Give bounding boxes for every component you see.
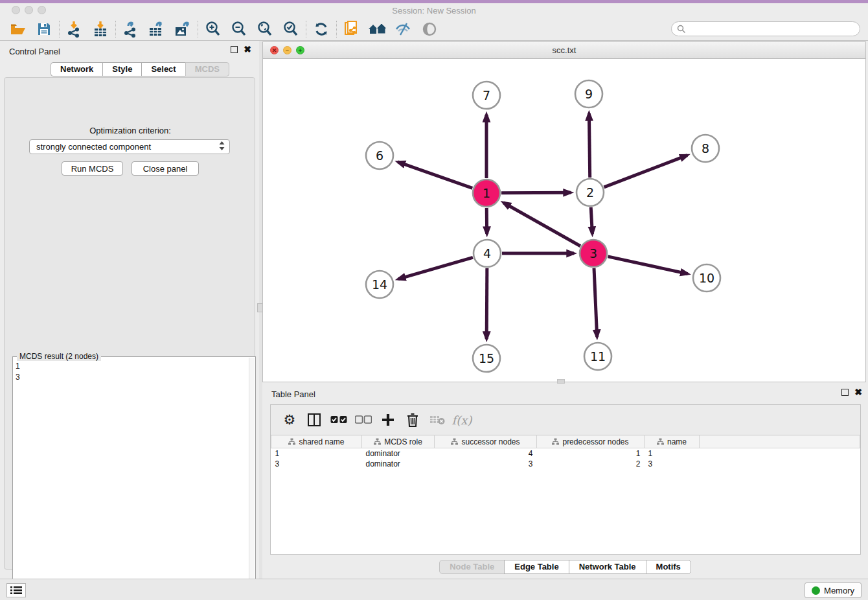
graph-edge-4-15[interactable] bbox=[486, 268, 487, 339]
function-builder-button[interactable]: f(x) bbox=[450, 408, 474, 432]
graph-node-3[interactable]: 3 bbox=[580, 240, 607, 267]
graph-node-10[interactable]: 10 bbox=[693, 264, 720, 292]
table-cell[interactable]: 2 bbox=[537, 459, 645, 469]
column-header-successor-nodes[interactable]: successor nodes bbox=[435, 435, 537, 448]
table-cell[interactable]: 4 bbox=[435, 448, 537, 459]
network-window-titlebar[interactable]: ✕ − + scc.txt bbox=[263, 42, 865, 59]
import-table-button[interactable] bbox=[87, 19, 113, 40]
column-header-shared-name[interactable]: shared name bbox=[271, 435, 362, 448]
graph-edge-2-9[interactable] bbox=[589, 113, 589, 178]
tab-network-table[interactable]: Network Table bbox=[569, 560, 646, 574]
task-history-button[interactable] bbox=[6, 583, 26, 597]
delete-table-button[interactable] bbox=[425, 408, 450, 432]
column-header-name[interactable]: name bbox=[645, 435, 700, 448]
graph-node-14[interactable]: 14 bbox=[366, 271, 393, 298]
graph-node-4[interactable]: 4 bbox=[474, 240, 501, 267]
table-cell[interactable]: 1 bbox=[537, 448, 645, 459]
graph-edge-2-8[interactable] bbox=[604, 156, 687, 187]
close-table-panel-icon[interactable]: ✖ bbox=[854, 389, 862, 396]
float-table-panel-icon[interactable] bbox=[841, 389, 849, 396]
graph-node-1[interactable]: 1 bbox=[473, 179, 500, 207]
zoom-in-button[interactable] bbox=[200, 19, 226, 40]
houses-icon bbox=[368, 21, 387, 37]
first-neighbors-button[interactable] bbox=[365, 19, 391, 40]
delete-table-icon bbox=[429, 415, 445, 425]
mcds-panel: Optimization criterion: strongly connect… bbox=[4, 77, 255, 570]
tab-motifs[interactable]: Motifs bbox=[646, 560, 691, 574]
export-network-button[interactable] bbox=[118, 19, 144, 40]
graph-edge-3-1[interactable] bbox=[503, 203, 580, 246]
graph-node-15[interactable]: 15 bbox=[473, 345, 500, 372]
zoom-out-button[interactable] bbox=[226, 19, 252, 40]
graph-edge-1-6[interactable] bbox=[398, 162, 472, 188]
horizontal-splitter-handle[interactable] bbox=[557, 379, 565, 384]
graph-edge-3-11[interactable] bbox=[594, 268, 597, 337]
column-header-MCDS-role[interactable]: MCDS role bbox=[362, 435, 435, 448]
table-row[interactable]: 3dominator323 bbox=[271, 459, 860, 469]
graph-node-8[interactable]: 8 bbox=[692, 135, 719, 162]
tab-style[interactable]: Style bbox=[102, 62, 142, 76]
select-all-button[interactable] bbox=[326, 408, 351, 432]
import-network-button[interactable] bbox=[62, 19, 87, 40]
table-cell[interactable]: 3 bbox=[271, 459, 362, 469]
graph-edge-3-10[interactable] bbox=[608, 257, 687, 274]
tab-mcds[interactable]: MCDS bbox=[185, 62, 229, 76]
tab-node-table[interactable]: Node Table bbox=[439, 560, 505, 574]
export-table-button[interactable] bbox=[144, 19, 170, 40]
list-icon bbox=[10, 586, 22, 595]
toolbar-separator bbox=[306, 21, 306, 38]
graph-node-7[interactable]: 7 bbox=[473, 82, 500, 109]
optimization-criterion-select[interactable]: strongly connected component bbox=[29, 139, 230, 154]
result-scrollbar[interactable] bbox=[249, 358, 255, 600]
table-panel: Table Panel ✖ ⚙ bbox=[262, 386, 868, 579]
node-table-header: shared nameMCDS rolesuccessor nodesprede… bbox=[271, 435, 860, 448]
unselect-all-button[interactable] bbox=[351, 408, 376, 432]
save-session-button[interactable] bbox=[31, 19, 57, 40]
graph-node-6[interactable]: 6 bbox=[366, 142, 393, 169]
tab-select[interactable]: Select bbox=[141, 62, 185, 76]
table-cell[interactable]: dominator bbox=[362, 448, 435, 459]
table-cell[interactable]: 3 bbox=[435, 459, 537, 469]
search-input[interactable] bbox=[686, 23, 860, 35]
graph-node-label: 10 bbox=[699, 271, 714, 285]
split-columns-button[interactable] bbox=[302, 408, 326, 432]
graph-edge-2-3[interactable] bbox=[591, 207, 592, 234]
new-network-from-selection-button[interactable] bbox=[339, 19, 365, 40]
graph-node-11[interactable]: 11 bbox=[584, 343, 611, 370]
table-cell[interactable]: dominator bbox=[362, 459, 435, 469]
table-cell[interactable]: 1 bbox=[645, 448, 700, 459]
table-settings-button[interactable]: ⚙ bbox=[277, 408, 302, 432]
table-cell[interactable]: 1 bbox=[271, 448, 362, 459]
graph-node-9[interactable]: 9 bbox=[575, 80, 602, 108]
table-cell[interactable]: 3 bbox=[645, 459, 700, 469]
run-mcds-button[interactable]: Run MCDS bbox=[62, 161, 123, 176]
memory-button[interactable]: Memory bbox=[805, 583, 862, 598]
export-image-button[interactable] bbox=[170, 19, 196, 40]
close-panel-button[interactable]: Close panel bbox=[131, 161, 199, 176]
graph-node-2[interactable]: 2 bbox=[577, 179, 604, 206]
mcds-result-text[interactable]: 1 3 bbox=[16, 361, 246, 598]
open-file-button[interactable] bbox=[5, 19, 31, 40]
close-panel-icon[interactable]: ✖ bbox=[244, 46, 251, 53]
graph-edge-1-2[interactable] bbox=[501, 192, 571, 193]
hide-selected-button[interactable] bbox=[391, 19, 417, 40]
control-panel-title: Control Panel bbox=[9, 47, 60, 56]
search-box[interactable] bbox=[671, 21, 860, 36]
tab-edge-table[interactable]: Edge Table bbox=[504, 560, 569, 574]
graph-node-label: 6 bbox=[376, 148, 383, 163]
refresh-button[interactable] bbox=[308, 19, 334, 40]
zoom-selected-button[interactable] bbox=[278, 19, 304, 40]
fx-icon: f(x) bbox=[452, 413, 472, 427]
tab-network[interactable]: Network bbox=[51, 62, 103, 76]
network-canvas[interactable]: 7968124314101511 bbox=[263, 59, 865, 382]
graph-node-label: 2 bbox=[586, 185, 594, 200]
delete-column-button[interactable] bbox=[400, 408, 425, 432]
zoom-fit-button[interactable] bbox=[252, 19, 278, 40]
float-panel-icon[interactable] bbox=[231, 46, 238, 53]
graph-edge-4-14[interactable] bbox=[398, 257, 473, 279]
column-header-predecessor-nodes[interactable]: predecessor nodes bbox=[537, 435, 645, 448]
show-all-button[interactable] bbox=[417, 19, 442, 40]
table-row[interactable]: 1dominator411 bbox=[271, 448, 860, 459]
zoom-selected-icon bbox=[282, 21, 299, 38]
add-column-button[interactable] bbox=[376, 408, 400, 432]
